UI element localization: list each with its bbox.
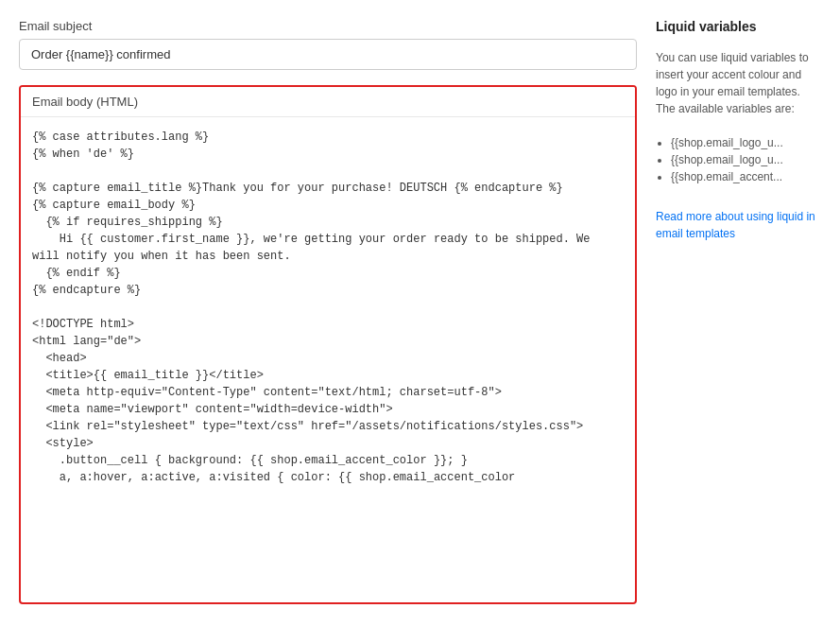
sidebar-variable-1: {{shop.email_logo_u... <box>671 136 821 149</box>
email-subject-input[interactable] <box>19 39 637 70</box>
page-container: Email subject Email body (HTML) {% case … <box>0 0 840 643</box>
main-content: Email subject Email body (HTML) {% case … <box>19 19 637 624</box>
email-subject-group: Email subject <box>19 19 637 70</box>
sidebar-variables-list: {{shop.email_logo_u... {{shop.email_logo… <box>656 136 821 187</box>
sidebar-variable-2: {{shop.email_logo_u... <box>671 153 821 166</box>
sidebar-description: You can use liquid variables to insert y… <box>656 49 821 117</box>
email-body-label: Email body (HTML) <box>21 87 635 117</box>
sidebar-title: Liquid variables <box>656 19 821 34</box>
email-subject-label: Email subject <box>19 19 637 33</box>
email-body-container: Email body (HTML) {% case attributes.lan… <box>19 85 637 604</box>
sidebar-variable-3: {{shop.email_accent... <box>671 170 821 183</box>
sidebar: Liquid variables You can use liquid vari… <box>656 19 821 624</box>
email-body-textarea[interactable]: {% case attributes.lang %} {% when 'de' … <box>21 117 635 600</box>
read-more-link[interactable]: Read more about using liquid in email te… <box>656 208 821 242</box>
